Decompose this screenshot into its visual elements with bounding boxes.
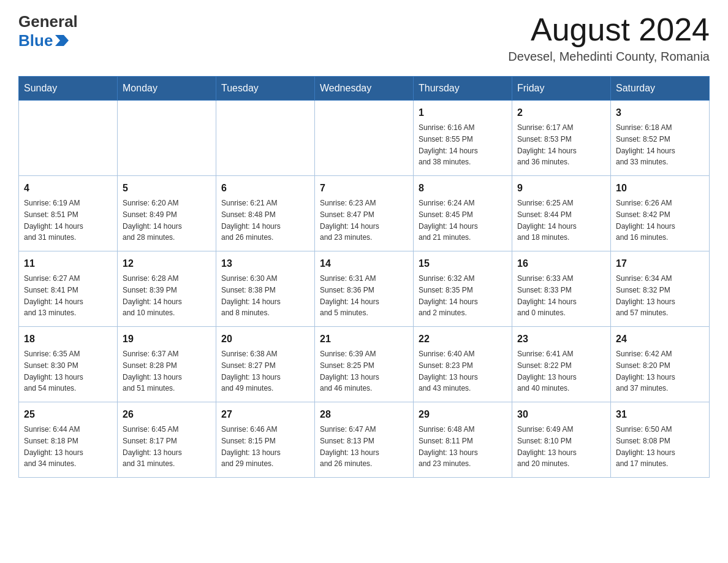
logo: General Blue	[18, 12, 78, 50]
calendar-cell: 18Sunrise: 6:35 AM Sunset: 8:30 PM Dayli…	[19, 327, 118, 402]
day-number: 20	[221, 332, 309, 347]
calendar-cell: 16Sunrise: 6:33 AM Sunset: 8:33 PM Dayli…	[512, 251, 611, 327]
calendar-week-row: 18Sunrise: 6:35 AM Sunset: 8:30 PM Dayli…	[19, 327, 710, 402]
day-number: 23	[517, 332, 605, 347]
day-info: Sunrise: 6:41 AM Sunset: 8:22 PM Dayligh…	[517, 350, 577, 393]
page-header: General Blue August 2024 Devesel, Mehedi…	[18, 12, 710, 64]
day-info: Sunrise: 6:21 AM Sunset: 8:48 PM Dayligh…	[221, 199, 281, 242]
day-info: Sunrise: 6:18 AM Sunset: 8:52 PM Dayligh…	[616, 123, 675, 166]
calendar-cell	[315, 101, 414, 176]
location-text: Devesel, Mehedinti County, Romania	[508, 50, 710, 64]
calendar-cell: 2Sunrise: 6:17 AM Sunset: 8:53 PM Daylig…	[512, 101, 611, 176]
calendar-cell: 7Sunrise: 6:23 AM Sunset: 8:47 PM Daylig…	[315, 176, 414, 251]
day-info: Sunrise: 6:19 AM Sunset: 8:51 PM Dayligh…	[24, 199, 83, 242]
calendar-cell	[118, 101, 216, 176]
month-title: August 2024	[508, 12, 710, 47]
calendar-cell: 22Sunrise: 6:40 AM Sunset: 8:23 PM Dayli…	[414, 327, 512, 402]
day-number: 18	[24, 332, 112, 347]
day-number: 7	[320, 181, 408, 196]
day-number: 25	[24, 407, 112, 422]
calendar-day-header: Thursday	[414, 77, 512, 101]
day-number: 6	[221, 181, 309, 196]
day-info: Sunrise: 6:30 AM Sunset: 8:38 PM Dayligh…	[221, 274, 281, 317]
day-info: Sunrise: 6:25 AM Sunset: 8:44 PM Dayligh…	[517, 199, 577, 242]
calendar-cell: 15Sunrise: 6:32 AM Sunset: 8:35 PM Dayli…	[414, 251, 512, 327]
day-number: 12	[123, 256, 211, 271]
day-number: 8	[419, 181, 507, 196]
day-number: 9	[517, 181, 605, 196]
day-number: 3	[616, 105, 704, 120]
day-number: 1	[419, 105, 507, 120]
day-info: Sunrise: 6:37 AM Sunset: 8:28 PM Dayligh…	[123, 350, 182, 393]
calendar-week-row: 4Sunrise: 6:19 AM Sunset: 8:51 PM Daylig…	[19, 176, 710, 251]
logo-general-text: General	[18, 12, 78, 31]
calendar-cell: 29Sunrise: 6:48 AM Sunset: 8:11 PM Dayli…	[414, 402, 512, 478]
calendar-cell: 28Sunrise: 6:47 AM Sunset: 8:13 PM Dayli…	[315, 402, 414, 478]
day-info: Sunrise: 6:49 AM Sunset: 8:10 PM Dayligh…	[517, 425, 577, 468]
calendar-day-header: Monday	[118, 77, 216, 101]
day-number: 29	[419, 407, 507, 422]
calendar-cell: 9Sunrise: 6:25 AM Sunset: 8:44 PM Daylig…	[512, 176, 611, 251]
day-info: Sunrise: 6:48 AM Sunset: 8:11 PM Dayligh…	[419, 425, 478, 468]
calendar-cell: 17Sunrise: 6:34 AM Sunset: 8:32 PM Dayli…	[611, 251, 710, 327]
day-number: 24	[616, 332, 704, 347]
day-number: 10	[616, 181, 704, 196]
calendar-day-header: Saturday	[611, 77, 710, 101]
day-number: 17	[616, 256, 704, 271]
svg-marker-0	[55, 35, 69, 46]
day-info: Sunrise: 6:28 AM Sunset: 8:39 PM Dayligh…	[123, 274, 182, 317]
day-info: Sunrise: 6:50 AM Sunset: 8:08 PM Dayligh…	[616, 425, 675, 468]
calendar-cell: 24Sunrise: 6:42 AM Sunset: 8:20 PM Dayli…	[611, 327, 710, 402]
logo-blue-text: Blue	[18, 31, 78, 50]
day-info: Sunrise: 6:39 AM Sunset: 8:25 PM Dayligh…	[320, 350, 379, 393]
day-number: 15	[419, 256, 507, 271]
day-info: Sunrise: 6:42 AM Sunset: 8:20 PM Dayligh…	[616, 350, 675, 393]
calendar-cell: 12Sunrise: 6:28 AM Sunset: 8:39 PM Dayli…	[118, 251, 216, 327]
calendar-cell	[19, 101, 118, 176]
calendar-cell: 11Sunrise: 6:27 AM Sunset: 8:41 PM Dayli…	[19, 251, 118, 327]
day-number: 4	[24, 181, 112, 196]
day-info: Sunrise: 6:17 AM Sunset: 8:53 PM Dayligh…	[517, 123, 577, 166]
calendar-cell: 5Sunrise: 6:20 AM Sunset: 8:49 PM Daylig…	[118, 176, 216, 251]
day-info: Sunrise: 6:35 AM Sunset: 8:30 PM Dayligh…	[24, 350, 83, 393]
day-info: Sunrise: 6:16 AM Sunset: 8:55 PM Dayligh…	[419, 123, 478, 166]
day-number: 16	[517, 256, 605, 271]
day-number: 14	[320, 256, 408, 271]
day-info: Sunrise: 6:46 AM Sunset: 8:15 PM Dayligh…	[221, 425, 281, 468]
day-info: Sunrise: 6:23 AM Sunset: 8:47 PM Dayligh…	[320, 199, 379, 242]
day-number: 28	[320, 407, 408, 422]
calendar-cell: 19Sunrise: 6:37 AM Sunset: 8:28 PM Dayli…	[118, 327, 216, 402]
day-number: 13	[221, 256, 309, 271]
calendar-cell: 20Sunrise: 6:38 AM Sunset: 8:27 PM Dayli…	[216, 327, 315, 402]
day-info: Sunrise: 6:34 AM Sunset: 8:32 PM Dayligh…	[616, 274, 675, 317]
day-info: Sunrise: 6:20 AM Sunset: 8:49 PM Dayligh…	[123, 199, 182, 242]
calendar-week-row: 25Sunrise: 6:44 AM Sunset: 8:18 PM Dayli…	[19, 402, 710, 478]
day-info: Sunrise: 6:40 AM Sunset: 8:23 PM Dayligh…	[419, 350, 478, 393]
day-number: 22	[419, 332, 507, 347]
day-info: Sunrise: 6:32 AM Sunset: 8:35 PM Dayligh…	[419, 274, 478, 317]
calendar-cell: 31Sunrise: 6:50 AM Sunset: 8:08 PM Dayli…	[611, 402, 710, 478]
calendar-day-header: Sunday	[19, 77, 118, 101]
calendar-week-row: 1Sunrise: 6:16 AM Sunset: 8:55 PM Daylig…	[19, 101, 710, 176]
day-number: 19	[123, 332, 211, 347]
calendar-cell: 13Sunrise: 6:30 AM Sunset: 8:38 PM Dayli…	[216, 251, 315, 327]
day-info: Sunrise: 6:38 AM Sunset: 8:27 PM Dayligh…	[221, 350, 281, 393]
day-number: 27	[221, 407, 309, 422]
day-number: 30	[517, 407, 605, 422]
calendar-cell: 25Sunrise: 6:44 AM Sunset: 8:18 PM Dayli…	[19, 402, 118, 478]
calendar-cell: 8Sunrise: 6:24 AM Sunset: 8:45 PM Daylig…	[414, 176, 512, 251]
calendar-day-header: Wednesday	[315, 77, 414, 101]
day-info: Sunrise: 6:26 AM Sunset: 8:42 PM Dayligh…	[616, 199, 675, 242]
day-info: Sunrise: 6:24 AM Sunset: 8:45 PM Dayligh…	[419, 199, 478, 242]
calendar-cell: 23Sunrise: 6:41 AM Sunset: 8:22 PM Dayli…	[512, 327, 611, 402]
day-number: 5	[123, 181, 211, 196]
day-info: Sunrise: 6:45 AM Sunset: 8:17 PM Dayligh…	[123, 425, 182, 468]
calendar-cell: 27Sunrise: 6:46 AM Sunset: 8:15 PM Dayli…	[216, 402, 315, 478]
calendar-cell: 10Sunrise: 6:26 AM Sunset: 8:42 PM Dayli…	[611, 176, 710, 251]
calendar-cell: 21Sunrise: 6:39 AM Sunset: 8:25 PM Dayli…	[315, 327, 414, 402]
day-info: Sunrise: 6:27 AM Sunset: 8:41 PM Dayligh…	[24, 274, 83, 317]
day-info: Sunrise: 6:33 AM Sunset: 8:33 PM Dayligh…	[517, 274, 577, 317]
day-number: 26	[123, 407, 211, 422]
logo-arrow-icon	[55, 35, 69, 46]
day-number: 2	[517, 105, 605, 120]
